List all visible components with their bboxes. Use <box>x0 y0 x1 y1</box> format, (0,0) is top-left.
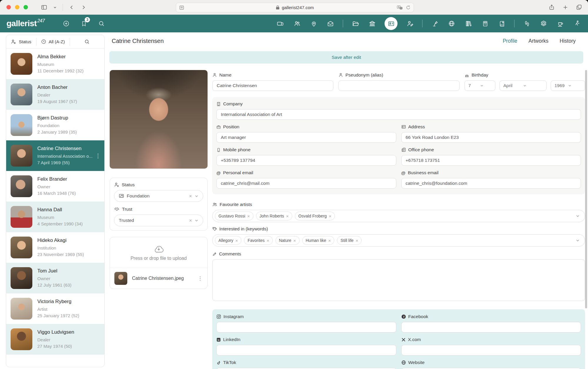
app-logo[interactable]: gallerist247 <box>6 19 45 28</box>
chevron-down-icon[interactable] <box>195 219 198 222</box>
remove-tag-icon[interactable]: × <box>267 238 269 243</box>
bookmarks-icon[interactable]: 3 <box>79 19 88 28</box>
institution-icon[interactable] <box>368 19 377 28</box>
person-edit-icon[interactable] <box>405 19 414 28</box>
contact-menu-icon[interactable]: ⋮ <box>95 152 101 159</box>
contact-list-item[interactable]: Alma Bekker Museum 11 December 1992 (32)… <box>6 49 104 79</box>
keyword-tag-chip[interactable]: Allegory × <box>215 236 241 245</box>
contact-list-item[interactable]: Felix Brander Owner 16 March 1948 (76) ⋮ <box>6 171 104 202</box>
clear-status-icon[interactable]: × <box>189 194 192 199</box>
personal-email-input[interactable] <box>216 178 396 189</box>
catalog-icon[interactable] <box>497 19 506 28</box>
contact-list-item[interactable]: Catrine Christensen International Associ… <box>6 140 104 171</box>
sidebar-toggle-icon[interactable] <box>41 4 47 11</box>
keyword-tag-chip[interactable]: Favorites × <box>244 236 273 245</box>
address-input[interactable] <box>401 132 581 143</box>
chevron-down-icon[interactable] <box>576 238 580 242</box>
close-window-button[interactable] <box>6 5 11 9</box>
contact-list-item[interactable]: Hideko Akagi Institution 23 November 196… <box>6 232 104 263</box>
keyword-tag-chip[interactable]: Nature × <box>275 236 300 245</box>
remove-tag-icon[interactable]: × <box>293 238 296 243</box>
office-phone-input[interactable] <box>401 155 581 166</box>
name-input[interactable] <box>212 80 333 91</box>
location-icon[interactable] <box>309 19 318 28</box>
tab-artworks[interactable]: Artworks <box>528 38 548 44</box>
share-icon[interactable] <box>549 4 555 10</box>
keyword-tag-chip[interactable]: Still life × <box>337 236 362 245</box>
website-input[interactable] <box>401 368 581 369</box>
zoom-window-button[interactable] <box>24 5 28 9</box>
contacts-icon[interactable] <box>293 19 301 28</box>
remove-tag-icon[interactable]: × <box>356 238 358 243</box>
contact-card-icon[interactable] <box>385 17 397 30</box>
tab-profile[interactable]: Profile <box>503 38 517 44</box>
remove-tag-icon[interactable]: × <box>247 214 250 218</box>
keywords-select[interactable]: Allegory × Favorites × Nature <box>212 234 585 247</box>
back-button-icon[interactable] <box>69 4 75 10</box>
coffee-icon[interactable] <box>556 19 565 28</box>
translate-icon[interactable] <box>397 5 403 10</box>
sign-out-icon[interactable] <box>573 19 582 28</box>
library-icon[interactable] <box>464 19 473 28</box>
vertical-scrollbar[interactable] <box>585 70 587 308</box>
folder-icon[interactable] <box>351 19 360 28</box>
footprints-icon[interactable] <box>522 19 531 28</box>
comments-textarea[interactable] <box>212 259 585 301</box>
save-after-edit-button[interactable]: Save after edit <box>109 51 583 64</box>
chevron-down-icon[interactable] <box>53 6 57 9</box>
chevron-down-icon[interactable] <box>576 214 580 218</box>
company-input[interactable] <box>216 109 581 120</box>
facebook-input[interactable] <box>401 322 581 333</box>
favourite-artists-select[interactable]: Gustavo Rossi × John Roberts × <box>212 210 585 222</box>
tab-history[interactable]: History <box>560 38 576 44</box>
status-select[interactable]: Foundation × <box>114 190 203 202</box>
artist-tag-chip[interactable]: John Roberts × <box>256 212 292 220</box>
mobile-phone-input[interactable] <box>216 155 396 166</box>
new-tab-icon[interactable] <box>562 4 568 10</box>
uploaded-file-row[interactable]: Catrine Christensen.jpeg ⋮ <box>110 268 207 289</box>
birthday-day-select[interactable]: 7 <box>465 80 495 91</box>
remove-tag-icon[interactable]: × <box>328 238 331 243</box>
trust-select[interactable]: Trusted × <box>114 215 203 226</box>
artist-tag-chip[interactable]: Osvald Froberg × <box>295 212 335 220</box>
clear-trust-icon[interactable]: × <box>189 218 192 223</box>
forward-button-icon[interactable] <box>81 4 86 10</box>
address-bar[interactable]: gallerist247.com <box>176 3 414 12</box>
search-icon[interactable] <box>97 19 106 28</box>
reload-icon[interactable] <box>406 5 411 10</box>
business-email-input[interactable] <box>401 178 581 189</box>
linkedin-input[interactable] <box>216 345 396 355</box>
contact-list-item[interactable]: Tom Juel Owner 12 July 1961 (63) ⋮ <box>6 263 104 293</box>
devices-icon[interactable] <box>276 19 285 28</box>
chevron-down-icon[interactable] <box>195 194 198 198</box>
birthday-year-select[interactable]: 1969 <box>551 80 585 91</box>
mail-icon[interactable] <box>326 19 335 28</box>
contact-list-item[interactable]: Anton Bacher Dealer 19 August 1967 (57) … <box>6 79 104 110</box>
contact-list-item[interactable]: Hanna Dall Museum 4 September 1990 (34) … <box>6 202 104 232</box>
remove-tag-icon[interactable]: × <box>329 214 331 218</box>
tiktok-input[interactable] <box>216 368 396 369</box>
lamp-icon[interactable] <box>430 19 439 28</box>
xcom-input[interactable] <box>401 345 581 355</box>
birthday-month-select[interactable]: April <box>500 80 547 91</box>
contact-list-item[interactable]: Victoria Ryberg Artist 25 January 1972 (… <box>6 293 104 324</box>
position-input[interactable] <box>216 132 396 143</box>
add-icon[interactable] <box>62 19 71 28</box>
globe-icon[interactable] <box>447 19 456 28</box>
filter-sort-button[interactable]: All (A-Z) <box>36 35 70 48</box>
tab-overview-icon[interactable] <box>576 4 582 10</box>
pseudonym-input[interactable] <box>338 80 460 91</box>
remove-tag-icon[interactable]: × <box>286 214 289 218</box>
instagram-input[interactable] <box>216 322 396 333</box>
remove-tag-icon[interactable]: × <box>235 238 238 243</box>
calculator-icon[interactable] <box>481 19 490 28</box>
file-dropzone[interactable]: Press or drop file to upload <box>110 237 207 268</box>
minimize-window-button[interactable] <box>15 5 19 9</box>
contact-list-item[interactable]: Viggo Ludvigsen Dealer 27 May 1974 (50) … <box>6 324 104 355</box>
artist-tag-chip[interactable]: Gustavo Rossi × <box>215 212 253 220</box>
settings-icon[interactable] <box>539 19 548 28</box>
file-menu-icon[interactable]: ⋮ <box>198 275 203 282</box>
sidebar-search-button[interactable] <box>70 35 104 48</box>
keyword-tag-chip[interactable]: Human like × <box>302 236 335 245</box>
filter-status-button[interactable]: Status <box>6 35 36 48</box>
